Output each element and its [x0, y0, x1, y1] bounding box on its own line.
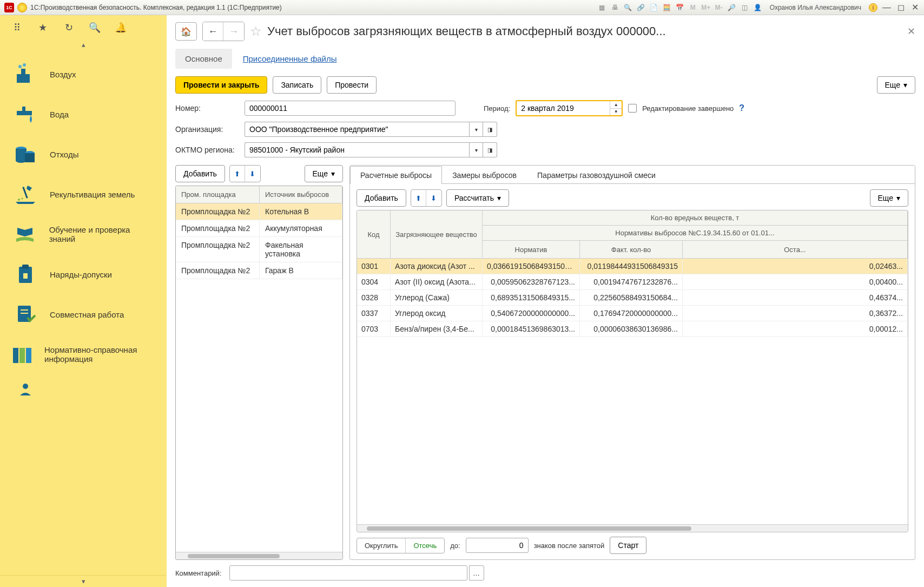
- tab-attached-files[interactable]: Присоединенные файлы: [233, 49, 347, 69]
- m-minus-icon[interactable]: M-: [715, 3, 723, 12]
- period-up-button[interactable]: ▲: [610, 101, 622, 109]
- comment-input[interactable]: [229, 565, 467, 581]
- oktmo-input[interactable]: [245, 142, 469, 157]
- page-title: Учет выбросов загрязняющих веществ в атм…: [267, 24, 902, 38]
- tab-main[interactable]: Основное: [175, 49, 232, 69]
- sidebar-item-more[interactable]: [0, 374, 167, 404]
- col-norm-header[interactable]: Норматив: [483, 241, 580, 258]
- toolbar-icon[interactable]: ▦: [598, 3, 606, 12]
- app-menu-dropdown[interactable]: [17, 3, 27, 12]
- cell-remainder: 0,36372...: [683, 306, 908, 321]
- right-move-down-button[interactable]: ⬇: [426, 190, 441, 206]
- move-up-button[interactable]: ⬆: [230, 166, 245, 182]
- history-icon[interactable]: ↻: [63, 22, 75, 34]
- table-row[interactable]: Промплощадка №2Аккумуляторная: [176, 220, 342, 237]
- collapse-up-icon[interactable]: ▴: [0, 40, 167, 49]
- oktmo-dropdown-button[interactable]: ▾: [469, 142, 483, 157]
- table-row[interactable]: 0328 Углерод (Сажа) 0,68935131506849315.…: [357, 290, 908, 306]
- left-more-button[interactable]: Еще ▾: [305, 165, 344, 182]
- table-row[interactable]: 0337 Углерод оксид 0,54067200000000000..…: [357, 306, 908, 321]
- col-source-header[interactable]: Источник выбросов: [260, 186, 342, 203]
- sidebar-item-reference[interactable]: Нормативно-справочная информация: [0, 334, 167, 374]
- svg-point-10: [18, 199, 20, 201]
- cell-pollutant: Углерод оксид: [391, 306, 483, 321]
- maximize-button[interactable]: ◻: [896, 2, 906, 12]
- table-row[interactable]: Промплощадка №2Факельная установка: [176, 237, 342, 262]
- zoom-icon[interactable]: 🔎: [728, 3, 736, 12]
- period-down-button[interactable]: ▼: [610, 109, 622, 116]
- comment-label: Комментарий:: [175, 569, 222, 577]
- table-row[interactable]: Промплощадка №2Котельная В: [176, 203, 342, 220]
- calendar-icon[interactable]: 📅: [676, 3, 684, 12]
- col-fact-header[interactable]: Факт. кол-во: [580, 241, 683, 258]
- svg-rect-14: [23, 273, 28, 279]
- sidebar-item-waste[interactable]: Отходы: [0, 134, 167, 174]
- sidebar-item-training[interactable]: Обучение и проверка знаний: [0, 214, 167, 254]
- number-input[interactable]: [245, 101, 456, 116]
- col-code-header[interactable]: Код: [357, 210, 391, 258]
- sidebar-item-water[interactable]: Вода: [0, 94, 167, 134]
- tab-calculated-emissions[interactable]: Расчетные выбросы: [350, 166, 442, 184]
- calc-icon[interactable]: 🧮: [663, 3, 671, 12]
- horizontal-scrollbar[interactable]: [176, 552, 342, 559]
- help-icon[interactable]: ?: [739, 103, 744, 113]
- tab-measured-emissions[interactable]: Замеры выбросов: [442, 166, 527, 184]
- print-icon[interactable]: 🖶: [611, 3, 619, 12]
- info-icon[interactable]: i: [869, 3, 877, 12]
- move-down-button[interactable]: ⬇: [245, 166, 260, 182]
- back-button[interactable]: ←: [203, 22, 223, 41]
- table-row[interactable]: 0301 Азота диоксид (Азот ... 0,036619150…: [357, 259, 908, 274]
- save-button[interactable]: Записать: [273, 76, 321, 94]
- minimize-button[interactable]: —: [882, 3, 892, 12]
- table-row[interactable]: 0304 Азот (II) оксид (Азота... 0,0059506…: [357, 274, 908, 290]
- favorite-star-icon[interactable]: ☆: [250, 24, 262, 39]
- start-button[interactable]: Старт: [610, 537, 646, 554]
- org-dropdown-button[interactable]: ▾: [469, 122, 483, 137]
- m-plus-icon[interactable]: M+: [702, 3, 710, 12]
- org-input[interactable]: [245, 122, 469, 137]
- collapse-down-icon[interactable]: ▾: [0, 575, 167, 587]
- left-add-button[interactable]: Добавить: [175, 165, 225, 182]
- home-button[interactable]: 🏠: [175, 22, 197, 41]
- digits-input[interactable]: [466, 538, 529, 553]
- period-input[interactable]: [517, 101, 610, 115]
- apps-icon[interactable]: ⠿: [11, 22, 23, 34]
- emissions-scrollbar[interactable]: [357, 524, 908, 532]
- panels-icon[interactable]: ◫: [741, 3, 749, 12]
- sidebar-item-collaboration[interactable]: Совместная работа: [0, 294, 167, 334]
- post-and-close-button[interactable]: Провести и закрыть: [175, 76, 267, 94]
- edit-done-checkbox[interactable]: [628, 104, 637, 113]
- close-page-button[interactable]: ✕: [907, 25, 915, 37]
- table-row[interactable]: Промплощадка №2Гараж В: [176, 262, 342, 279]
- close-button[interactable]: ✕: [910, 2, 920, 12]
- org-open-button[interactable]: ◨: [483, 122, 497, 137]
- search-icon[interactable]: 🔍: [89, 22, 101, 34]
- comment-more-button[interactable]: …: [469, 565, 484, 581]
- tab-gas-params[interactable]: Параметры газовоздушной смеси: [527, 166, 666, 184]
- col-site-header[interactable]: Пром. площадка: [176, 186, 260, 203]
- col-pollutant-header[interactable]: Загрязняющее вещество: [391, 210, 483, 258]
- notifications-icon[interactable]: 🔔: [115, 22, 127, 34]
- right-move-up-button[interactable]: ⬆: [411, 190, 426, 206]
- table-row[interactable]: 0703 Бенз/а/пирен (3,4-Бе... 0,000184513…: [357, 321, 908, 337]
- forward-button[interactable]: →: [223, 22, 244, 41]
- right-more-button[interactable]: Еще ▾: [870, 189, 909, 207]
- sidebar-item-air[interactable]: Воздух: [0, 54, 167, 94]
- truncate-button[interactable]: Отсечь: [406, 538, 444, 553]
- right-add-button[interactable]: Добавить: [357, 189, 406, 207]
- favorites-icon[interactable]: ★: [37, 22, 49, 34]
- cell-fact: 0,01198444931506849315: [580, 259, 683, 274]
- sidebar-item-reclamation[interactable]: Рекультивация земель: [0, 174, 167, 214]
- sidebar-item-permits[interactable]: Наряды-допуски: [0, 254, 167, 294]
- round-button[interactable]: Округлить: [357, 538, 406, 553]
- svg-rect-20: [26, 348, 31, 363]
- col-rem-header[interactable]: Оста...: [683, 241, 908, 258]
- post-button[interactable]: Провести: [327, 76, 377, 94]
- m-icon[interactable]: M: [689, 3, 697, 12]
- report-icon[interactable]: 📄: [650, 3, 658, 12]
- oktmo-open-button[interactable]: ◨: [483, 142, 497, 157]
- more-button[interactable]: Еще ▾: [877, 76, 916, 94]
- calculate-button[interactable]: Рассчитать ▾: [446, 189, 509, 207]
- preview-icon[interactable]: 🔍: [624, 3, 632, 12]
- link-icon[interactable]: 🔗: [637, 3, 645, 12]
